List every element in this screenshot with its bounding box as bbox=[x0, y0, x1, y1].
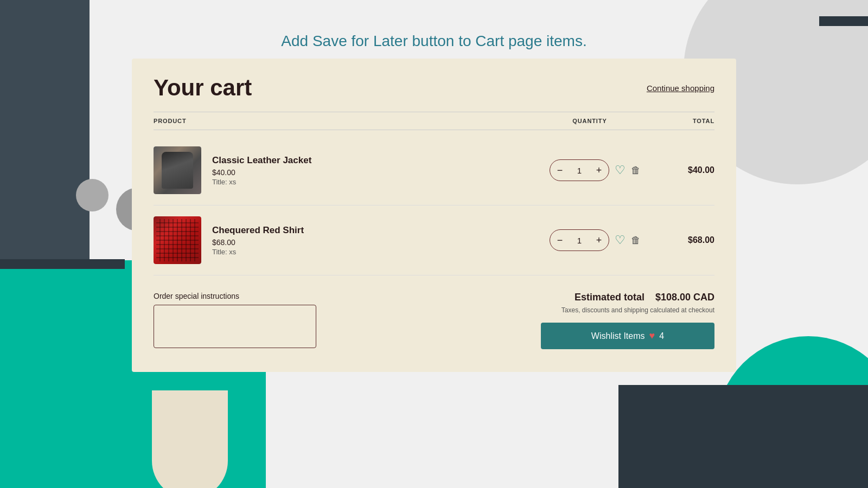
wishlist-button[interactable]: Wishlist Items ♥ 4 bbox=[541, 323, 714, 349]
quantity-stepper-jacket: − 1 + bbox=[550, 159, 609, 181]
item-name-shirt: Chequered Red Shirt bbox=[212, 225, 541, 236]
bg-dark-bar-top bbox=[819, 16, 868, 26]
item-variant-jacket: Title: xs bbox=[212, 178, 541, 186]
col-product-label: PRODUCT bbox=[154, 118, 530, 124]
instructions-textarea[interactable] bbox=[154, 305, 316, 348]
wishlist-heart-icon: ♥ bbox=[649, 330, 655, 342]
cart-panel: Your cart Continue shopping PRODUCT QUAN… bbox=[132, 59, 736, 372]
remove-shirt[interactable]: 🗑 bbox=[631, 235, 641, 246]
page-heading: Add Save for Later button to Cart page i… bbox=[0, 33, 868, 50]
quantity-value-jacket: 1 bbox=[570, 166, 589, 175]
bg-beige-arc bbox=[152, 390, 228, 488]
save-for-later-jacket[interactable]: ♡ bbox=[615, 163, 626, 177]
bg-dark-bar-mid bbox=[0, 259, 125, 269]
wishlist-label: Wishlist Items bbox=[591, 331, 645, 341]
quantity-increase-shirt[interactable]: + bbox=[589, 230, 609, 251]
bg-teal-circle-right bbox=[716, 336, 868, 488]
product-image-jacket bbox=[154, 146, 201, 194]
trash-icon-jacket: 🗑 bbox=[631, 165, 641, 176]
cart-item: Chequered Red Shirt $68.00 Title: xs − 1… bbox=[154, 206, 714, 275]
item-price-jacket: $40.00 bbox=[212, 168, 541, 177]
cart-header: Your cart Continue shopping bbox=[154, 75, 714, 101]
instructions-label: Order special instructions bbox=[154, 292, 360, 300]
instructions-section: Order special instructions bbox=[154, 292, 360, 350]
item-variant-shirt: Title: xs bbox=[212, 248, 541, 256]
trash-icon-shirt: 🗑 bbox=[631, 235, 641, 246]
shirt-thumbnail bbox=[154, 216, 201, 264]
cart-columns-header: PRODUCT QUANTITY TOTAL bbox=[154, 112, 714, 130]
heart-icon-shirt: ♡ bbox=[615, 233, 626, 247]
taxes-note: Taxes, discounts and shipping calculated… bbox=[541, 306, 714, 314]
bg-dark-rect-bottom bbox=[618, 385, 868, 488]
bg-dark-left-panel bbox=[0, 0, 90, 488]
wishlist-count: 4 bbox=[659, 331, 664, 341]
cart-footer: Order special instructions Estimated tot… bbox=[154, 292, 714, 350]
item-total-jacket: $40.00 bbox=[649, 165, 714, 175]
bg-circle-sm-1 bbox=[76, 179, 108, 211]
order-summary: Estimated total $108.00 CAD Taxes, disco… bbox=[541, 292, 714, 349]
cart-item: Classic Leather Jacket $40.00 Title: xs … bbox=[154, 136, 714, 206]
heart-icon-jacket: ♡ bbox=[615, 163, 626, 177]
cart-title: Your cart bbox=[154, 75, 252, 101]
quantity-controls-jacket: − 1 + ♡ 🗑 bbox=[541, 159, 649, 181]
estimated-total-label: Estimated total bbox=[575, 292, 644, 303]
quantity-controls-shirt: − 1 + ♡ 🗑 bbox=[541, 229, 649, 251]
item-price-shirt: $68.00 bbox=[212, 238, 541, 247]
item-details-jacket: Classic Leather Jacket $40.00 Title: xs bbox=[212, 155, 541, 186]
remove-jacket[interactable]: 🗑 bbox=[631, 165, 641, 176]
col-quantity-label: QUANTITY bbox=[530, 118, 649, 124]
quantity-decrease-jacket[interactable]: − bbox=[550, 160, 570, 181]
item-total-shirt: $68.00 bbox=[649, 235, 714, 245]
col-total-label: TOTAL bbox=[649, 118, 714, 124]
quantity-increase-jacket[interactable]: + bbox=[589, 160, 609, 181]
continue-shopping-link[interactable]: Continue shopping bbox=[647, 84, 714, 93]
quantity-decrease-shirt[interactable]: − bbox=[550, 230, 570, 251]
estimated-total-value: $108.00 CAD bbox=[655, 292, 714, 303]
item-name-jacket: Classic Leather Jacket bbox=[212, 155, 541, 166]
jacket-thumbnail bbox=[154, 146, 201, 194]
item-details-shirt: Chequered Red Shirt $68.00 Title: xs bbox=[212, 225, 541, 256]
quantity-value-shirt: 1 bbox=[570, 236, 589, 245]
product-image-shirt bbox=[154, 216, 201, 264]
save-for-later-shirt[interactable]: ♡ bbox=[615, 233, 626, 247]
estimated-total-row: Estimated total $108.00 CAD bbox=[541, 292, 714, 303]
quantity-stepper-shirt: − 1 + bbox=[550, 229, 609, 251]
page-header: Add Save for Later button to Cart page i… bbox=[0, 33, 868, 50]
